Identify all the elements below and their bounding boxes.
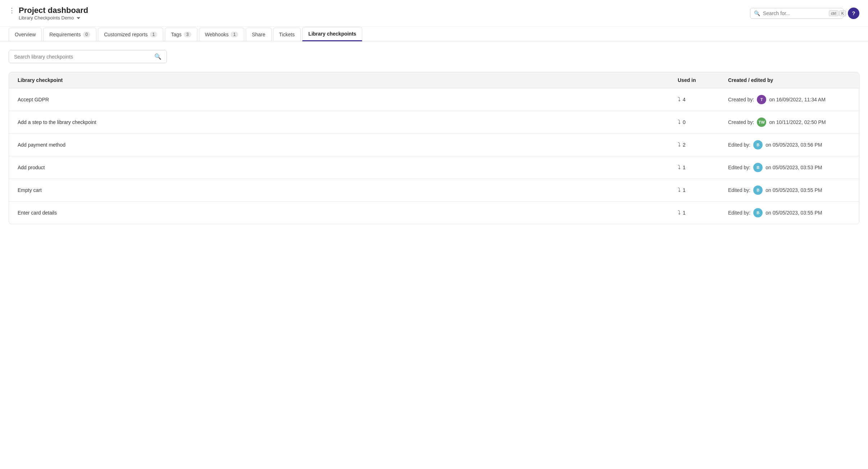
ctrl-key: ctrl [829,10,839,16]
tab-tags-badge: 3 [184,32,191,37]
steps-icon: ⤵ [678,164,681,171]
tab-tickets-label: Tickets [279,32,295,37]
created-by-cell: Created by: TW on 10/11/2022, 02:50 PM [728,118,850,127]
checkpoint-name: Accept GDPR [18,97,678,102]
created-by-cell: Edited by: B on 05/05/2023, 03:55 PM [728,185,850,195]
col-header-used-in: Used in [678,77,728,83]
menu-dots-icon[interactable]: ⋮ [9,6,15,14]
used-in-cell: ⤵ 1 [678,187,728,193]
date-label: on 05/05/2023, 03:55 PM [765,210,822,216]
action-label: Created by: [728,119,754,125]
header: ⋮ Project dashboard Library Checkpoints … [0,0,868,27]
header-left: ⋮ Project dashboard Library Checkpoints … [9,6,88,20]
tab-webhooks-label: Webhooks [205,32,229,37]
tab-requirements-badge: 0 [83,32,91,37]
global-search-input[interactable] [763,10,826,16]
avatar: TW [757,118,766,127]
action-label: Created by: [728,97,754,102]
used-in-cell: ⤵ 1 [678,210,728,216]
tabs-bar: Overview Requirements 0 Customized repor… [0,27,868,41]
steps-icon: ⤵ [678,119,681,125]
table-row[interactable]: Add product ⤵ 1 Edited by: B on 05/05/20… [9,156,859,179]
library-checkpoint-search-input[interactable] [14,54,151,60]
used-in-count: 1 [683,165,686,170]
created-by-cell: Edited by: B on 05/05/2023, 03:53 PM [728,163,850,172]
checkpoint-name: Empty cart [18,187,678,193]
tab-webhooks-badge: 1 [231,32,238,37]
chevron-down-icon [76,15,81,20]
date-label: on 05/05/2023, 03:53 PM [765,165,822,170]
app-title: Project dashboard [19,6,88,15]
search-icon: 🔍 [154,53,162,60]
global-search[interactable]: 🔍 ctrl K [750,8,844,19]
created-by-cell: Edited by: B on 05/05/2023, 03:55 PM [728,208,850,217]
checkpoint-name: Add a step to the library checkpoint [18,119,678,125]
tab-webhooks[interactable]: Webhooks 1 [199,28,245,41]
tab-customized-reports[interactable]: Customized reports 1 [98,28,163,41]
checkpoint-name: Enter card details [18,210,678,216]
date-label: on 16/09/2022, 11:34 AM [769,97,825,102]
checkpoint-name: Add payment method [18,142,678,148]
avatar: B [753,208,763,217]
tab-requirements[interactable]: Requirements 0 [43,28,96,41]
action-label: Edited by: [728,165,750,170]
table-row[interactable]: Empty cart ⤵ 1 Edited by: B on 05/05/202… [9,179,859,202]
tab-tickets[interactable]: Tickets [273,28,301,41]
created-by-cell: Created by: T on 16/09/2022, 11:34 AM [728,95,850,104]
tab-overview[interactable]: Overview [9,28,42,41]
project-selector[interactable]: Library Checkpoints Demo [19,15,88,20]
action-label: Edited by: [728,142,750,148]
avatar: B [753,185,763,195]
date-label: on 05/05/2023, 03:55 PM [765,187,822,193]
table-row[interactable]: Add a step to the library checkpoint ⤵ 0… [9,111,859,134]
project-name: Library Checkpoints Demo [19,15,74,20]
k-key: K [839,10,846,16]
date-label: on 05/05/2023, 03:56 PM [765,142,822,148]
action-label: Edited by: [728,210,750,216]
table-header: Library checkpoint Used in Created / edi… [9,72,859,88]
tab-tags[interactable]: Tags 3 [165,28,197,41]
date-label: on 10/11/2022, 02:50 PM [769,119,826,125]
used-in-count: 4 [683,97,686,102]
steps-icon: ⤵ [678,142,681,148]
tab-tags-label: Tags [171,32,182,37]
steps-icon: ⤵ [678,187,681,193]
steps-icon: ⤵ [678,96,681,103]
library-checkpoint-search[interactable]: 🔍 [9,50,167,63]
table-row[interactable]: Enter card details ⤵ 1 Edited by: B on 0… [9,202,859,224]
col-header-created-edited: Created / edited by [728,77,850,83]
steps-icon: ⤵ [678,210,681,216]
avatar: T [757,95,766,104]
created-by-cell: Edited by: B on 05/05/2023, 03:56 PM [728,140,850,150]
tab-requirements-label: Requirements [49,32,81,37]
avatar: B [753,140,763,150]
help-button[interactable]: ? [848,8,859,19]
action-label: Edited by: [728,187,750,193]
used-in-cell: ⤵ 4 [678,96,728,103]
tab-customized-reports-badge: 1 [150,32,158,37]
main-content: 🔍 Library checkpoint Used in Created / e… [0,41,868,233]
tab-overview-label: Overview [15,32,36,37]
header-title-block: Project dashboard Library Checkpoints De… [19,6,88,20]
keyboard-shortcut: ctrl K [829,10,846,16]
tab-library-checkpoints[interactable]: Library checkpoints [302,27,362,41]
library-checkpoints-table: Library checkpoint Used in Created / edi… [9,72,859,224]
used-in-count: 1 [683,210,686,216]
used-in-cell: ⤵ 1 [678,164,728,171]
table-row[interactable]: Add payment method ⤵ 2 Edited by: B on 0… [9,134,859,156]
checkpoint-name: Add product [18,165,678,170]
used-in-count: 2 [683,142,686,148]
tab-share[interactable]: Share [246,28,271,41]
table-row[interactable]: Accept GDPR ⤵ 4 Created by: T on 16/09/2… [9,88,859,111]
tab-library-checkpoints-label: Library checkpoints [308,31,356,37]
avatar: B [753,163,763,172]
header-right: 🔍 ctrl K ? [750,8,859,19]
used-in-cell: ⤵ 2 [678,142,728,148]
used-in-cell: ⤵ 0 [678,119,728,125]
used-in-count: 1 [683,187,686,193]
used-in-count: 0 [683,119,686,125]
col-header-name: Library checkpoint [18,77,678,83]
tab-share-label: Share [252,32,265,37]
search-icon: 🔍 [754,10,760,16]
tab-customized-reports-label: Customized reports [104,32,147,37]
